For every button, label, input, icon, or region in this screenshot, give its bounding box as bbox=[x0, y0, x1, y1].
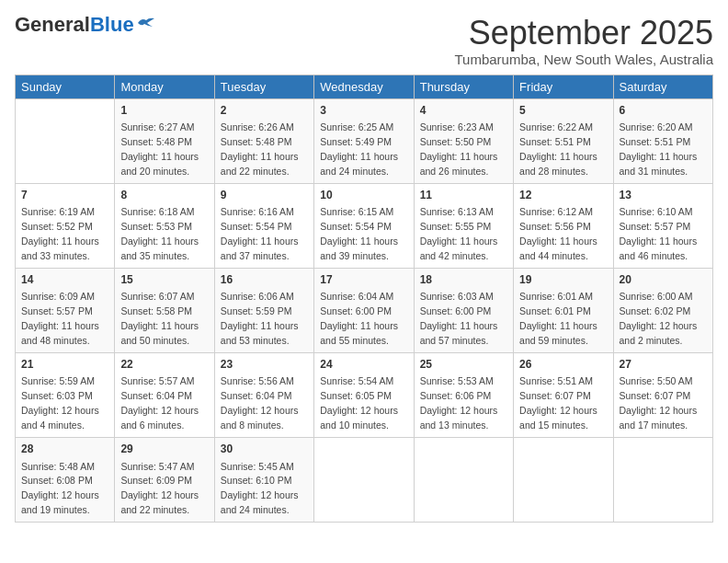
day-info: Sunrise: 5:47 AMSunset: 6:09 PMDaylight:… bbox=[120, 461, 199, 516]
day-info: Sunrise: 6:19 AMSunset: 5:52 PMDaylight:… bbox=[21, 206, 99, 261]
day-info: Sunrise: 6:10 AMSunset: 5:57 PMDaylight:… bbox=[620, 206, 698, 261]
day-number: 29 bbox=[120, 442, 208, 457]
calendar-cell: 5Sunrise: 6:22 AMSunset: 5:51 PMDaylight… bbox=[514, 98, 613, 183]
day-number: 7 bbox=[21, 188, 108, 203]
calendar-cell: 15Sunrise: 6:07 AMSunset: 5:58 PMDayligh… bbox=[115, 268, 214, 352]
day-info: Sunrise: 6:12 AMSunset: 5:56 PMDaylight:… bbox=[519, 206, 597, 261]
day-info: Sunrise: 5:48 AMSunset: 6:08 PMDaylight:… bbox=[21, 461, 99, 516]
calendar-cell: 26Sunrise: 5:51 AMSunset: 6:07 PMDayligh… bbox=[514, 353, 613, 438]
calendar-cell bbox=[514, 438, 613, 523]
day-header-monday: Monday bbox=[115, 75, 214, 98]
day-number: 21 bbox=[21, 357, 108, 373]
calendar-cell: 14Sunrise: 6:09 AMSunset: 5:57 PMDayligh… bbox=[16, 268, 115, 352]
calendar-cell bbox=[16, 98, 115, 183]
calendar-cell: 8Sunrise: 6:18 AMSunset: 5:53 PMDaylight… bbox=[115, 183, 214, 268]
day-header-sunday: Sunday bbox=[16, 75, 115, 98]
day-number: 23 bbox=[221, 357, 308, 373]
day-header-friday: Friday bbox=[514, 75, 613, 98]
day-number: 24 bbox=[320, 357, 407, 373]
day-info: Sunrise: 5:45 AMSunset: 6:10 PMDaylight:… bbox=[221, 461, 299, 516]
day-number: 11 bbox=[420, 188, 507, 203]
day-number: 18 bbox=[420, 272, 507, 288]
calendar-cell: 2Sunrise: 6:26 AMSunset: 5:48 PMDaylight… bbox=[214, 98, 313, 183]
calendar-cell: 30Sunrise: 5:45 AMSunset: 6:10 PMDayligh… bbox=[214, 438, 313, 523]
calendar-cell: 22Sunrise: 5:57 AMSunset: 6:04 PMDayligh… bbox=[115, 353, 214, 438]
calendar-cell: 27Sunrise: 5:50 AMSunset: 6:07 PMDayligh… bbox=[613, 353, 712, 438]
day-header-wednesday: Wednesday bbox=[314, 75, 414, 98]
title-block: September 2025 Tumbarumba, New South Wal… bbox=[454, 15, 713, 67]
calendar-header-row: SundayMondayTuesdayWednesdayThursdayFrid… bbox=[16, 75, 713, 98]
day-info: Sunrise: 6:20 AMSunset: 5:51 PMDaylight:… bbox=[620, 121, 698, 177]
calendar-cell: 6Sunrise: 6:20 AMSunset: 5:51 PMDaylight… bbox=[613, 98, 712, 183]
calendar-table: SundayMondayTuesdayWednesdayThursdayFrid… bbox=[15, 75, 713, 523]
calendar-cell: 7Sunrise: 6:19 AMSunset: 5:52 PMDaylight… bbox=[16, 183, 115, 268]
day-info: Sunrise: 6:25 AMSunset: 5:49 PMDaylight:… bbox=[320, 121, 398, 177]
calendar-cell: 1Sunrise: 6:27 AMSunset: 5:48 PMDaylight… bbox=[115, 98, 214, 183]
day-number: 28 bbox=[21, 442, 108, 457]
day-number: 30 bbox=[221, 442, 308, 457]
day-number: 4 bbox=[420, 103, 507, 119]
day-number: 20 bbox=[620, 272, 707, 288]
day-header-thursday: Thursday bbox=[414, 75, 513, 98]
calendar-cell: 4Sunrise: 6:23 AMSunset: 5:50 PMDaylight… bbox=[414, 98, 513, 183]
day-info: Sunrise: 6:16 AMSunset: 5:54 PMDaylight:… bbox=[221, 206, 299, 261]
day-header-saturday: Saturday bbox=[613, 75, 712, 98]
calendar-cell: 18Sunrise: 6:03 AMSunset: 6:00 PMDayligh… bbox=[414, 268, 513, 352]
day-number: 12 bbox=[519, 188, 607, 203]
day-number: 2 bbox=[221, 103, 308, 119]
calendar-cell: 10Sunrise: 6:15 AMSunset: 5:54 PMDayligh… bbox=[314, 183, 414, 268]
day-number: 17 bbox=[320, 272, 407, 288]
day-info: Sunrise: 6:07 AMSunset: 5:58 PMDaylight:… bbox=[120, 291, 199, 346]
page-header: GeneralBlue September 2025 Tumbarumba, N… bbox=[15, 15, 713, 67]
day-number: 6 bbox=[620, 103, 707, 119]
location-subtitle: Tumbarumba, New South Wales, Australia bbox=[454, 52, 713, 67]
week-row-4: 21Sunrise: 5:59 AMSunset: 6:03 PMDayligh… bbox=[16, 353, 713, 438]
day-info: Sunrise: 5:51 AMSunset: 6:07 PMDaylight:… bbox=[519, 375, 597, 431]
calendar-cell bbox=[314, 438, 414, 523]
logo: GeneralBlue bbox=[15, 15, 156, 35]
day-number: 13 bbox=[620, 188, 707, 203]
day-number: 16 bbox=[221, 272, 308, 288]
month-title: September 2025 bbox=[454, 15, 713, 52]
calendar-cell: 13Sunrise: 6:10 AMSunset: 5:57 PMDayligh… bbox=[613, 183, 712, 268]
calendar-cell: 3Sunrise: 6:25 AMSunset: 5:49 PMDaylight… bbox=[314, 98, 414, 183]
day-info: Sunrise: 6:03 AMSunset: 6:00 PMDaylight:… bbox=[420, 291, 498, 346]
calendar-cell: 11Sunrise: 6:13 AMSunset: 5:55 PMDayligh… bbox=[414, 183, 513, 268]
calendar-cell bbox=[613, 438, 712, 523]
day-info: Sunrise: 5:53 AMSunset: 6:06 PMDaylight:… bbox=[420, 375, 498, 431]
day-info: Sunrise: 6:09 AMSunset: 5:57 PMDaylight:… bbox=[21, 291, 99, 346]
day-number: 15 bbox=[120, 272, 208, 288]
day-info: Sunrise: 6:13 AMSunset: 5:55 PMDaylight:… bbox=[420, 206, 498, 261]
week-row-5: 28Sunrise: 5:48 AMSunset: 6:08 PMDayligh… bbox=[16, 438, 713, 523]
day-info: Sunrise: 5:50 AMSunset: 6:07 PMDaylight:… bbox=[620, 375, 698, 431]
bird-icon bbox=[136, 16, 156, 30]
day-info: Sunrise: 6:04 AMSunset: 6:00 PMDaylight:… bbox=[320, 291, 398, 346]
calendar-cell: 12Sunrise: 6:12 AMSunset: 5:56 PMDayligh… bbox=[514, 183, 613, 268]
day-number: 27 bbox=[620, 357, 707, 373]
day-number: 26 bbox=[519, 357, 607, 373]
day-number: 3 bbox=[320, 103, 407, 119]
week-row-1: 1Sunrise: 6:27 AMSunset: 5:48 PMDaylight… bbox=[16, 98, 713, 183]
day-number: 14 bbox=[21, 272, 108, 288]
calendar-cell: 23Sunrise: 5:56 AMSunset: 6:04 PMDayligh… bbox=[214, 353, 313, 438]
day-info: Sunrise: 6:15 AMSunset: 5:54 PMDaylight:… bbox=[320, 206, 398, 261]
logo-text: GeneralBlue bbox=[15, 15, 134, 35]
day-info: Sunrise: 5:57 AMSunset: 6:04 PMDaylight:… bbox=[120, 375, 199, 431]
day-info: Sunrise: 6:00 AMSunset: 6:02 PMDaylight:… bbox=[620, 291, 698, 346]
calendar-cell: 29Sunrise: 5:47 AMSunset: 6:09 PMDayligh… bbox=[115, 438, 214, 523]
calendar-cell bbox=[414, 438, 513, 523]
day-info: Sunrise: 6:27 AMSunset: 5:48 PMDaylight:… bbox=[120, 121, 199, 177]
week-row-3: 14Sunrise: 6:09 AMSunset: 5:57 PMDayligh… bbox=[16, 268, 713, 352]
day-number: 5 bbox=[519, 103, 607, 119]
calendar-cell: 19Sunrise: 6:01 AMSunset: 6:01 PMDayligh… bbox=[514, 268, 613, 352]
day-number: 19 bbox=[519, 272, 607, 288]
calendar-cell: 16Sunrise: 6:06 AMSunset: 5:59 PMDayligh… bbox=[214, 268, 313, 352]
calendar-cell: 20Sunrise: 6:00 AMSunset: 6:02 PMDayligh… bbox=[613, 268, 712, 352]
day-info: Sunrise: 6:06 AMSunset: 5:59 PMDaylight:… bbox=[221, 291, 299, 346]
day-info: Sunrise: 5:59 AMSunset: 6:03 PMDaylight:… bbox=[21, 375, 99, 431]
day-number: 25 bbox=[420, 357, 507, 373]
week-row-2: 7Sunrise: 6:19 AMSunset: 5:52 PMDaylight… bbox=[16, 183, 713, 268]
day-info: Sunrise: 5:56 AMSunset: 6:04 PMDaylight:… bbox=[221, 375, 299, 431]
day-number: 22 bbox=[120, 357, 208, 373]
calendar-cell: 17Sunrise: 6:04 AMSunset: 6:00 PMDayligh… bbox=[314, 268, 414, 352]
